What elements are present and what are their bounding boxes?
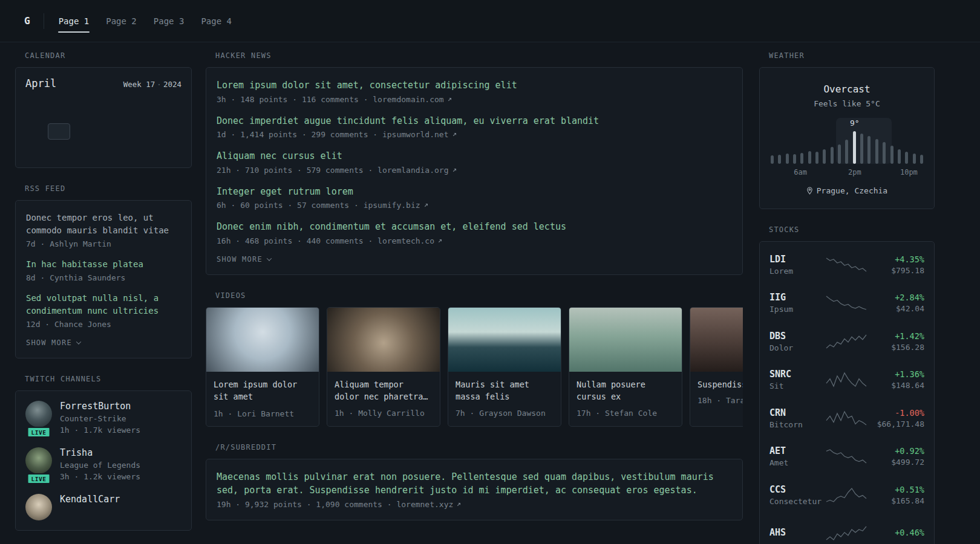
page-tab-label: Page 1 bbox=[59, 16, 90, 26]
rss-item-title[interactable]: In hac habitasse platea bbox=[26, 258, 181, 271]
calendar-day bbox=[25, 141, 48, 158]
calendar-day bbox=[48, 141, 70, 158]
hackernews-item-meta: 1d · 1,414 points · 299 comments · ipsum… bbox=[217, 130, 732, 139]
stock-symbol[interactable]: IIG bbox=[769, 292, 822, 303]
hackernews-item-title[interactable]: Lorem ipsum dolor sit amet, consectetur … bbox=[217, 79, 732, 92]
weather-hour-bar bbox=[853, 131, 856, 164]
stock-values: +1.36% $148.64 bbox=[871, 369, 924, 390]
video-title: Nullam posuere cursus ex bbox=[577, 378, 675, 404]
calendar-day bbox=[114, 141, 137, 158]
hackernews-item-title[interactable]: Donec enim nibh, condimentum et accumsan… bbox=[217, 220, 732, 234]
hackernews-item-title[interactable]: Integer eget rutrum lorem bbox=[217, 185, 732, 199]
hackernews-item-meta: 6h · 60 points · 57 comments · ipsumify.… bbox=[217, 201, 732, 210]
stock-symbol[interactable]: DBS bbox=[769, 331, 822, 342]
stock-symbol[interactable]: AET bbox=[769, 445, 822, 456]
video-thumbnail bbox=[690, 308, 743, 372]
rss-item-title[interactable]: Donec tempor eros leo, ut commodo mauris… bbox=[26, 212, 181, 237]
show-more-button[interactable]: SHOW MORE bbox=[217, 255, 271, 264]
channel-meta: 3h · 1.2k viewers bbox=[60, 472, 140, 481]
stock-row: SNRC Sit +1.36% $148.64 bbox=[769, 361, 924, 400]
hackernews-item-title[interactable]: Donec imperdiet augue tincidunt felis al… bbox=[217, 114, 732, 128]
chevron-down-icon bbox=[76, 339, 81, 344]
video-meta: 17h · Stefan Cole bbox=[577, 409, 675, 418]
stock-name: Dolor bbox=[769, 343, 822, 352]
stock-sparkline bbox=[825, 257, 867, 273]
weather-hour-bar bbox=[920, 155, 923, 164]
stock-name: Ipsum bbox=[769, 305, 822, 314]
avatar: LIVE bbox=[25, 401, 52, 435]
hackernews-widget: HACKER NEWS Lorem ipsum dolor sit amet, … bbox=[206, 51, 743, 275]
stock-change: +0.51% bbox=[871, 485, 924, 494]
weather-section-title: WEATHER bbox=[769, 51, 935, 60]
twitch-channel[interactable]: LIVE Trisha League of Legends 3h · 1.2k … bbox=[25, 447, 181, 481]
stock-change: +2.84% bbox=[871, 293, 924, 302]
calendar-separator: · bbox=[157, 80, 162, 89]
channel-name[interactable]: KendallCarr bbox=[60, 494, 120, 505]
weather-condition: Overcast bbox=[769, 83, 924, 95]
stocks-section-title: STOCKS bbox=[769, 225, 935, 234]
calendar-day bbox=[114, 123, 137, 140]
calendar-day bbox=[25, 123, 48, 140]
show-more-label: SHOW MORE bbox=[217, 255, 263, 264]
page-tab[interactable]: Page 2 bbox=[97, 0, 145, 42]
weather-location: Prague, Czechia bbox=[769, 186, 924, 198]
twitch-section-title: TWITCH CHANNELS bbox=[25, 375, 192, 383]
page-tab[interactable]: Page 1 bbox=[50, 0, 98, 42]
rss-item-meta: 7d · Ashlyn Martin bbox=[26, 239, 181, 248]
external-link-icon bbox=[452, 132, 457, 137]
stock-identity: AET Amet bbox=[769, 445, 822, 467]
twitch-channel[interactable]: KendallCarr bbox=[25, 494, 181, 520]
hackernews-item-meta-text: 1d · 1,414 points · 299 comments · ipsum… bbox=[217, 130, 449, 139]
video-card[interactable]: Nullam posuere cursus ex 17h · Stefan Co… bbox=[569, 307, 682, 427]
show-more-button[interactable]: SHOW MORE bbox=[26, 338, 80, 347]
page-tab-label: Page 3 bbox=[154, 16, 185, 26]
stock-symbol[interactable]: CCS bbox=[769, 484, 822, 495]
twitch-channel[interactable]: LIVE ForrestBurton Counter-Strike 1h · 1… bbox=[25, 401, 181, 435]
video-meta: 1h · Molly Carrillo bbox=[335, 409, 433, 418]
stock-row: AET Amet +0.92% $499.72 bbox=[769, 438, 924, 476]
page-tab[interactable]: Page 4 bbox=[192, 0, 240, 42]
calendar-widget: CALENDAR April Week 17·2024 bbox=[15, 51, 192, 168]
channel-name[interactable]: ForrestBurton bbox=[60, 401, 140, 412]
stock-price: $156.28 bbox=[871, 343, 924, 352]
stock-symbol[interactable]: CRN bbox=[769, 407, 822, 418]
stock-row: LDI Lorem +4.35% $795.18 bbox=[769, 245, 924, 284]
external-link-icon bbox=[452, 167, 457, 173]
stock-change: +1.36% bbox=[871, 369, 924, 379]
videos-widget: VIDEOS Lorem ipsum dolor sit amet consec… bbox=[206, 291, 743, 427]
channel-meta-text: 1h · 1.7k viewers bbox=[60, 426, 140, 435]
video-card[interactable]: Lorem ipsum dolor sit amet consectetu… 1… bbox=[206, 307, 319, 427]
hackernews-item-title[interactable]: Aliquam nec cursus elit bbox=[217, 149, 732, 163]
weather-hour-bar bbox=[800, 153, 803, 164]
weather-feels-like: Feels like 5°C bbox=[769, 99, 924, 108]
stock-sparkline bbox=[825, 487, 867, 503]
video-card[interactable]: Suspendisse diam 18h · Tara bbox=[690, 307, 743, 427]
stock-symbol[interactable]: SNRC bbox=[769, 369, 822, 380]
channel-meta: 1h · 1.7k viewers bbox=[60, 426, 140, 435]
video-card[interactable]: Aliquam tempor dolor nec pharetra… 1h · … bbox=[327, 307, 440, 427]
rss-item-title[interactable]: Sed volutpat nulla nisl, a condimentum n… bbox=[26, 292, 181, 317]
stock-symbol[interactable]: LDI bbox=[769, 254, 822, 265]
hackernews-card: Lorem ipsum dolor sit amet, consectetur … bbox=[206, 67, 743, 275]
topbar: G Page 1 Page 2 Page 3 Page 4 bbox=[0, 0, 980, 42]
hackernews-section-title: HACKER NEWS bbox=[215, 51, 743, 60]
app-logo[interactable]: G bbox=[24, 15, 30, 27]
video-card[interactable]: Mauris sit amet massa felis 7h · Grayson… bbox=[448, 307, 561, 427]
stock-identity: AHS bbox=[769, 527, 822, 540]
stock-sparkline bbox=[825, 448, 867, 464]
weather-time-label: 2pm bbox=[848, 168, 861, 176]
stock-price: $499.72 bbox=[871, 458, 924, 467]
stock-values: +2.84% $42.04 bbox=[871, 293, 924, 313]
page-tab[interactable]: Page 3 bbox=[145, 0, 193, 42]
channel-name[interactable]: Trisha bbox=[60, 447, 140, 458]
stock-identity: LDI Lorem bbox=[769, 254, 822, 276]
weather-hour-bar bbox=[786, 154, 789, 164]
subreddit-post-title[interactable]: Maecenas mollis pulvinar erat non posuer… bbox=[217, 470, 732, 497]
stock-name: Lorem bbox=[769, 267, 822, 276]
stock-symbol[interactable]: AHS bbox=[769, 527, 822, 538]
rss-widget: RSS FEED Donec tempor eros leo, ut commo… bbox=[15, 184, 192, 358]
weather-location-text: Prague, Czechia bbox=[817, 186, 887, 195]
twitch-widget: TWITCH CHANNELS LIVE ForrestBurton Count… bbox=[15, 375, 192, 531]
stock-change: -1.00% bbox=[871, 408, 924, 418]
hackernews-item-meta: 3h · 148 points · 116 comments · loremdo… bbox=[217, 95, 732, 104]
